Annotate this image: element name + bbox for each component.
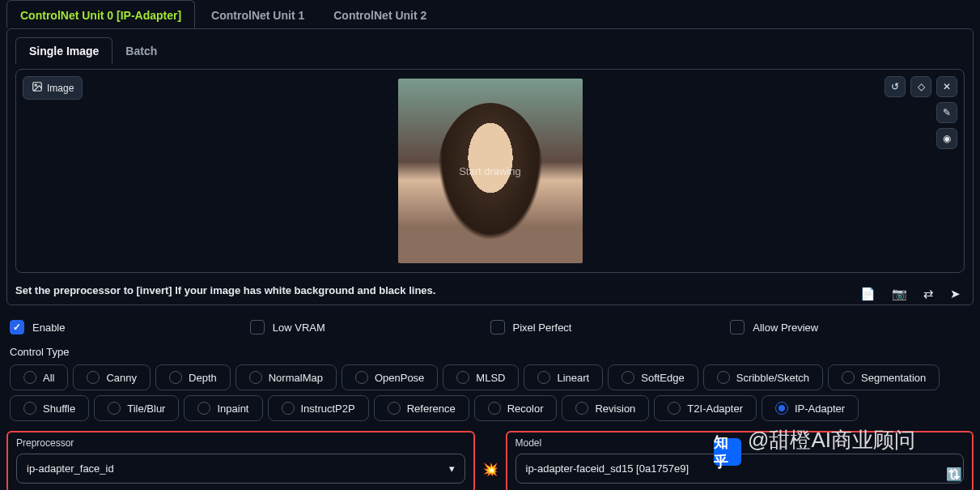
control-type-t2i-adapter[interactable]: T2I-Adapter bbox=[654, 395, 757, 421]
radio-dot bbox=[249, 371, 262, 384]
document-icon[interactable]: 📄 bbox=[860, 287, 876, 301]
image-preview: Start drawing bbox=[398, 79, 583, 263]
checkbox-allow-preview[interactable]: Allow Preview bbox=[730, 320, 970, 334]
radio-label: Lineart bbox=[557, 372, 589, 384]
control-type-normalmap[interactable]: NormalMap bbox=[235, 364, 337, 390]
checkbox-pixel-perfect[interactable]: Pixel Perfect bbox=[490, 320, 731, 334]
radio-dot bbox=[23, 371, 36, 384]
checkbox-enable[interactable]: Enable bbox=[10, 320, 250, 334]
image-icon bbox=[32, 81, 43, 95]
radio-label: OpenPose bbox=[375, 372, 424, 384]
tab-controlnet-unit-1[interactable]: ControlNet Unit 1 bbox=[198, 1, 317, 28]
checkbox-label: Pixel Perfect bbox=[513, 322, 572, 334]
control-type-lineart[interactable]: Lineart bbox=[524, 364, 603, 390]
preprocessor-group: Preprocessor ip-adapter_face_id ▾ bbox=[6, 431, 475, 490]
radio-label: Reference bbox=[407, 403, 456, 415]
control-type-label: Control Type bbox=[0, 341, 980, 361]
radio-label: MLSD bbox=[476, 372, 505, 384]
control-type-revision[interactable]: Revision bbox=[562, 395, 649, 421]
radio-label: Inpaint bbox=[217, 403, 248, 415]
options-checkboxes: EnableLow VRAMPixel PerfectAllow Preview bbox=[0, 305, 980, 341]
control-type-scribble-sketch[interactable]: Scribble/Sketch bbox=[703, 364, 823, 390]
undo-icon[interactable]: ↺ bbox=[885, 76, 906, 97]
checkbox-low-vram[interactable]: Low VRAM bbox=[250, 320, 490, 334]
controlnet-panel: Single ImageBatch Image Start drawing ↺ … bbox=[6, 28, 974, 305]
checkbox-box[interactable] bbox=[250, 320, 265, 334]
checkbox-label: Low VRAM bbox=[273, 322, 325, 334]
tab-batch[interactable]: Batch bbox=[112, 38, 170, 64]
radio-dot bbox=[537, 371, 550, 384]
control-type-recolor[interactable]: Recolor bbox=[474, 395, 558, 421]
radio-dot bbox=[668, 402, 681, 415]
send-icon[interactable]: ➤ bbox=[950, 287, 961, 301]
svg-point-1 bbox=[35, 84, 36, 86]
image-upload-button[interactable]: Image bbox=[23, 76, 83, 100]
chevron-down-icon: ▾ bbox=[449, 462, 455, 475]
control-type-softedge[interactable]: SoftEdge bbox=[608, 364, 698, 390]
control-type-ip-adapter[interactable]: IP-Adapter bbox=[762, 395, 859, 421]
radio-dot bbox=[575, 402, 588, 415]
checkbox-box[interactable] bbox=[490, 320, 505, 334]
radio-label: All bbox=[43, 372, 54, 384]
radio-label: Revision bbox=[595, 403, 635, 415]
color-icon[interactable]: ◉ bbox=[936, 128, 957, 149]
model-label: Model bbox=[515, 436, 965, 454]
control-type-shuffle[interactable]: Shuffle bbox=[10, 395, 89, 421]
pencil-icon[interactable]: ✎ bbox=[936, 102, 957, 123]
radio-label: Recolor bbox=[507, 403, 544, 415]
model-select[interactable]: ip-adapter-faceid_sd15 [0a1757e9] bbox=[515, 454, 965, 484]
control-type-inpaint[interactable]: Inpaint bbox=[184, 395, 262, 421]
radio-dot bbox=[388, 402, 401, 415]
radio-dot bbox=[775, 402, 788, 415]
image-drop-area[interactable]: Image Start drawing ↺ ◇ ✕ ✎ ◉ bbox=[15, 69, 965, 273]
refresh-icon[interactable]: 🔃 bbox=[946, 467, 962, 482]
radio-label: SoftEdge bbox=[641, 372, 685, 384]
explosion-icon[interactable]: 💥 bbox=[483, 445, 498, 490]
radio-label: T2I-Adapter bbox=[687, 403, 743, 415]
control-type-tile-blur[interactable]: Tile/Blur bbox=[94, 395, 179, 421]
control-type-segmentation[interactable]: Segmentation bbox=[828, 364, 940, 390]
tab-controlnet-unit-0-ip-adapter-[interactable]: ControlNet Unit 0 [IP-Adapter] bbox=[6, 0, 195, 28]
checkbox-box[interactable] bbox=[730, 320, 745, 334]
control-type-canny[interactable]: Canny bbox=[73, 364, 151, 390]
radio-dot bbox=[355, 371, 368, 384]
preprocessor-label: Preprocessor bbox=[16, 436, 465, 454]
image-tool-buttons: ↺ ◇ ✕ ✎ ◉ bbox=[885, 76, 957, 149]
control-type-reference[interactable]: Reference bbox=[374, 395, 469, 421]
tab-single-image[interactable]: Single Image bbox=[15, 37, 112, 64]
radio-label: NormalMap bbox=[269, 372, 323, 384]
preprocessor-value: ip-adapter_face_id bbox=[27, 462, 114, 475]
control-type-openpose[interactable]: OpenPose bbox=[342, 364, 438, 390]
radio-dot bbox=[842, 371, 855, 384]
control-type-instructp2p[interactable]: InstructP2P bbox=[268, 395, 369, 421]
start-drawing-label: Start drawing bbox=[459, 165, 521, 177]
control-type-all[interactable]: All bbox=[10, 364, 68, 390]
checkbox-label: Allow Preview bbox=[753, 322, 818, 334]
model-value: ip-adapter-faceid_sd15 [0a1757e9] bbox=[526, 462, 689, 475]
radio-label: Depth bbox=[189, 372, 217, 384]
control-type-depth[interactable]: Depth bbox=[155, 364, 231, 390]
radio-label: Scribble/Sketch bbox=[736, 372, 809, 384]
radio-dot bbox=[197, 402, 210, 415]
control-type-mlsd[interactable]: MLSD bbox=[443, 364, 519, 390]
controlnet-unit-tabs: ControlNet Unit 0 [IP-Adapter]ControlNet… bbox=[0, 0, 980, 28]
swap-icon[interactable]: ⇄ bbox=[923, 287, 934, 301]
radio-label: Canny bbox=[106, 372, 137, 384]
radio-label: IP-Adapter bbox=[795, 403, 845, 415]
radio-dot bbox=[108, 402, 121, 415]
tab-controlnet-unit-2[interactable]: ControlNet Unit 2 bbox=[320, 1, 439, 28]
preprocessor-select[interactable]: ip-adapter_face_id ▾ bbox=[16, 454, 465, 484]
close-icon[interactable]: ✕ bbox=[936, 76, 957, 97]
checkbox-box[interactable] bbox=[10, 320, 24, 334]
radio-label: InstructP2P bbox=[301, 403, 355, 415]
radio-dot bbox=[488, 402, 501, 415]
checkbox-label: Enable bbox=[32, 322, 65, 334]
camera-icon[interactable]: 📷 bbox=[892, 287, 907, 301]
erase-icon[interactable]: ◇ bbox=[910, 76, 931, 97]
action-icons: 📄 📷 ⇄ ➤ bbox=[860, 287, 961, 301]
input-mode-tabs: Single ImageBatch bbox=[12, 37, 968, 64]
radio-dot bbox=[622, 371, 634, 384]
image-button-label: Image bbox=[47, 83, 74, 94]
radio-dot bbox=[282, 402, 295, 415]
radio-dot bbox=[456, 371, 469, 384]
